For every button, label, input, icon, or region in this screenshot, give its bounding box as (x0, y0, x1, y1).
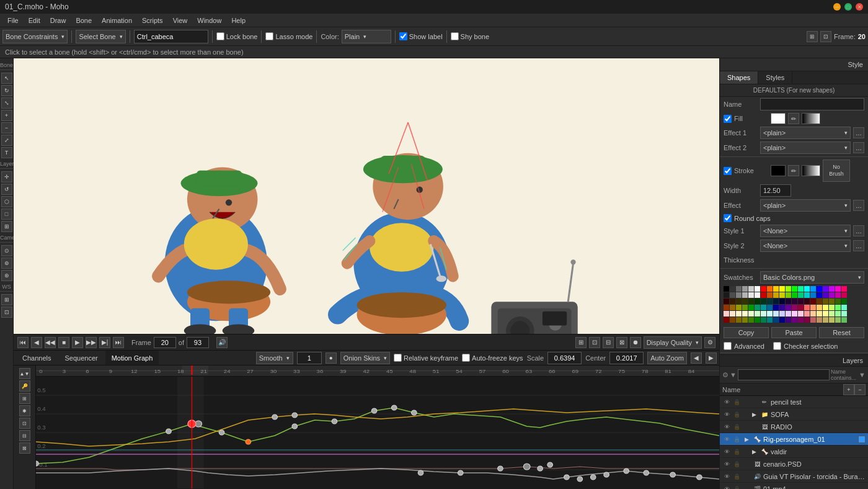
play-btn[interactable]: ▶ (72, 337, 83, 348)
swatch-cell[interactable] (736, 317, 742, 323)
swatch-cell[interactable] (767, 298, 773, 304)
layer-row[interactable]: 👁🔒▶🦴valdir (720, 446, 868, 458)
swatch-cell[interactable] (817, 286, 822, 292)
layer-lock-toggle[interactable]: 🔒 (732, 410, 741, 419)
swatch-cell[interactable] (748, 286, 754, 292)
swatch-cell[interactable] (829, 311, 835, 316)
tab-sequencer[interactable]: Sequencer (58, 351, 104, 365)
tab-motion-graph[interactable]: Motion Graph (105, 351, 159, 365)
swatch-cell[interactable] (835, 305, 841, 310)
view-btn3[interactable]: ⊟ (603, 337, 614, 348)
swatch-cell[interactable] (736, 298, 742, 304)
show-label-check[interactable]: Show label (399, 32, 443, 40)
smooth-dropdown[interactable]: Smooth (256, 352, 293, 364)
swatch-cell[interactable] (798, 305, 804, 310)
swatch-cell[interactable] (841, 286, 847, 292)
swatch-cell[interactable] (724, 311, 729, 316)
layers-add-icon[interactable]: ▼ (859, 371, 866, 379)
camera-tool3[interactable]: ⊛ (1, 270, 12, 281)
menu-scripts[interactable]: Scripts (137, 16, 168, 25)
swatch-cell[interactable] (761, 286, 766, 292)
layer-eye-toggle[interactable]: 👁 (722, 447, 731, 456)
swatch-cell[interactable] (804, 298, 810, 304)
swatch-cell[interactable] (730, 292, 735, 298)
layer-expand-toggle[interactable] (742, 472, 751, 481)
menu-bone[interactable]: Bone (71, 16, 97, 25)
layer-lock-toggle[interactable]: 🔒 (732, 435, 741, 444)
bone-tool6[interactable]: ⤢ (1, 135, 12, 146)
swatch-cell[interactable] (730, 305, 735, 310)
swatch-cell[interactable] (829, 286, 835, 292)
layer-row[interactable]: 👁🔒 🔊Guia VT Pisolar - torcida - Buraco .… (720, 470, 868, 483)
menu-edit[interactable]: Edit (24, 16, 45, 25)
style2-dropdown[interactable]: <None> (760, 240, 851, 252)
layer-lock-toggle[interactable]: 🔒 (732, 472, 741, 481)
view-btn1[interactable]: ⊞ (575, 337, 587, 348)
swatch-cell[interactable] (798, 311, 804, 316)
layer-lock-toggle[interactable]: 🔒 (732, 423, 741, 431)
swatch-cell[interactable] (761, 298, 766, 304)
swatch-cell[interactable] (773, 298, 779, 304)
menu-help[interactable]: Help (226, 16, 250, 25)
swatch-cell[interactable] (736, 311, 742, 316)
layer-expand-toggle[interactable] (750, 423, 758, 431)
swatch-cell[interactable] (767, 311, 773, 316)
swatch-cell[interactable] (761, 292, 766, 298)
swatch-cell[interactable] (748, 311, 754, 316)
swatch-cell[interactable] (773, 292, 779, 298)
tl-btn1[interactable]: ◀ (691, 352, 702, 364)
layer-eye-toggle[interactable]: 👁 (722, 460, 731, 469)
timeline-graph[interactable]: 0 3 6 9 12 15 18 21 24 27 (36, 366, 719, 489)
tl-btn2[interactable]: ▶ (706, 352, 717, 364)
layer-add-tool[interactable]: □ (1, 209, 12, 220)
stop-btn[interactable]: ■ (58, 337, 69, 348)
round-caps-checkbox[interactable] (724, 214, 732, 222)
tl-icon6[interactable]: ⊟ (19, 430, 30, 441)
relative-keyframe-check[interactable]: Relative keyframe (394, 354, 458, 362)
layer-lock-toggle[interactable]: 🔒 (732, 447, 741, 456)
layer-eye-toggle[interactable]: 👁 (722, 485, 731, 490)
current-frame-field[interactable]: 20 (154, 337, 176, 348)
layer-row[interactable]: 👁🔒 🖼RADIO (720, 421, 868, 433)
swatch-cell[interactable] (755, 305, 760, 310)
swatches-file-dropdown[interactable]: Basic Colors.png (760, 271, 864, 284)
layer-eye-toggle[interactable]: 👁 (722, 472, 731, 481)
swatch-cell[interactable] (841, 305, 847, 310)
menu-draw[interactable]: Draw (45, 16, 71, 25)
stroke-effect-settings-btn[interactable]: … (853, 200, 864, 211)
swatch-cell[interactable] (724, 292, 729, 298)
swatch-cell[interactable] (810, 286, 816, 292)
swatch-cell[interactable] (786, 317, 791, 323)
bone-select-tool[interactable]: ↖ (1, 73, 12, 84)
swatch-cell[interactable] (779, 305, 785, 310)
layer-rotate-tool[interactable]: ↺ (1, 184, 12, 195)
swatch-cell[interactable] (786, 286, 791, 292)
swatch-cell[interactable] (767, 317, 773, 323)
viewport[interactable] (14, 58, 719, 334)
menu-animation[interactable]: Animation (97, 16, 137, 25)
play-back-btn[interactable]: ◀◀ (45, 337, 56, 348)
toolbar-icon1[interactable]: ⊞ (807, 31, 818, 42)
layer-group-tool[interactable]: ⊞ (1, 221, 12, 232)
advanced-checkbox[interactable] (724, 342, 732, 350)
minimize-btn[interactable]: ─ (833, 3, 841, 11)
stroke-effect-dropdown[interactable]: <plain> (760, 199, 851, 212)
swatch-cell[interactable] (817, 292, 822, 298)
swatch-cell[interactable] (730, 298, 735, 304)
swatch-cell[interactable] (804, 305, 810, 310)
swatch-cell[interactable] (761, 317, 766, 323)
swatch-cell[interactable] (779, 298, 785, 304)
swatch-cell[interactable] (730, 311, 735, 316)
menu-view[interactable]: View (168, 16, 193, 25)
swatch-cell[interactable] (748, 305, 754, 310)
quality-dropdown[interactable]: Display Quality (644, 336, 702, 349)
swatch-cell[interactable] (724, 298, 729, 304)
tl-icon4[interactable]: ✱ (19, 405, 30, 416)
swatch-cell[interactable] (736, 305, 742, 310)
tl-icon2[interactable]: 🔑 (19, 380, 30, 392)
bone-del-tool[interactable]: − (1, 122, 12, 133)
workspace-tool2[interactable]: ⊡ (1, 307, 12, 318)
bone-scale-tool[interactable]: ⤡ (1, 97, 12, 109)
swatch-cell[interactable] (798, 292, 804, 298)
bone-name-field[interactable]: Ctrl_cabeca (134, 30, 208, 43)
